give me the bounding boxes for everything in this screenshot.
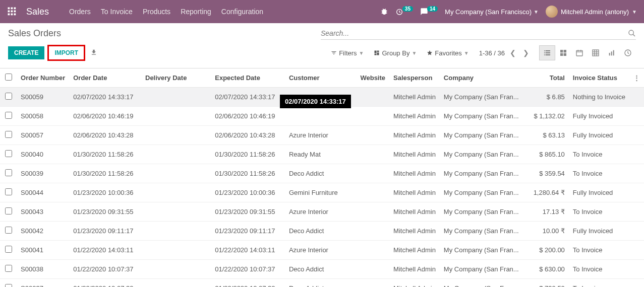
nav-configuration[interactable]: Configuration <box>221 8 263 16</box>
header-salesperson[interactable]: Salesperson <box>389 68 440 88</box>
cell-order-date: 01/30/2020 11:58:26 <box>69 164 141 183</box>
svg-rect-8 <box>14 14 16 16</box>
apps-icon[interactable] <box>7 7 17 17</box>
table-row[interactable]: S00044 01/23/2020 10:00:36 01/23/2020 10… <box>0 183 644 202</box>
groupby-label: Group By <box>382 49 409 57</box>
header-total[interactable]: Total <box>523 68 569 88</box>
toolbar-right: Filters ▼ Group By ▼ Favorites ▼ 1-36 / … <box>331 45 636 60</box>
cell-company: My Company (San Fran... <box>440 88 523 107</box>
table-row[interactable]: S00038 01/22/2020 10:07:37 01/22/2020 10… <box>0 260 644 279</box>
nav-reporting[interactable]: Reporting <box>181 8 211 16</box>
row-checkbox[interactable] <box>5 284 12 287</box>
kebab-icon[interactable]: ⋮ <box>633 74 640 82</box>
cell-order: S00037 <box>17 279 69 288</box>
pager-next[interactable]: ❯ <box>523 49 529 57</box>
view-kanban-button[interactable] <box>555 45 571 60</box>
header-website[interactable]: Website <box>356 68 389 88</box>
cell-order-date: 02/06/2020 10:43:28 <box>69 126 141 145</box>
view-list-button[interactable] <box>539 45 555 60</box>
debug-icon[interactable] <box>380 8 388 16</box>
header-menu[interactable]: ⋮ <box>629 68 644 88</box>
search-input[interactable] <box>321 29 628 37</box>
view-calendar-button[interactable] <box>571 45 588 60</box>
cell-order: S00057 <box>17 126 69 145</box>
header-order-date[interactable]: Order Date <box>69 68 141 88</box>
row-checkbox[interactable] <box>5 150 12 157</box>
view-pivot-button[interactable] <box>588 45 604 60</box>
user-menu[interactable]: Mitchell Admin (antony) ▼ <box>546 6 637 18</box>
timer-icon[interactable]: 35 <box>395 8 413 16</box>
cell-order-date: 01/23/2020 09:31:55 <box>69 202 141 222</box>
pager-text[interactable]: 1-36 / 36 <box>479 49 505 57</box>
cell-salesperson: Mitchell Admin <box>389 202 440 222</box>
cell-total: 17.13 ₹ <box>523 202 569 222</box>
row-checkbox[interactable] <box>5 131 12 138</box>
row-checkbox[interactable] <box>5 246 12 253</box>
row-checkbox[interactable] <box>5 169 12 176</box>
svg-rect-1 <box>11 8 13 10</box>
svg-rect-12 <box>560 50 563 52</box>
cell-order-date: 01/30/2020 11:58:26 <box>69 145 141 164</box>
create-button[interactable]: CREATE <box>8 46 44 59</box>
cell-total: $ 630.00 <box>523 260 569 279</box>
cell-delivery <box>141 126 211 145</box>
table-row[interactable]: S00041 01/22/2020 14:03:11 01/22/2020 14… <box>0 241 644 260</box>
control-row: Sales Orders <box>0 23 644 40</box>
view-activity-button[interactable] <box>620 45 636 60</box>
favorites-button[interactable]: Favorites ▼ <box>427 49 469 57</box>
cell-order-date: 01/22/2020 10:07:37 <box>69 260 141 279</box>
cell-total: $ 865.10 <box>523 145 569 164</box>
row-checkbox[interactable] <box>5 188 12 195</box>
search-icon[interactable] <box>628 29 636 37</box>
header-expected[interactable]: Expected Date <box>211 68 285 88</box>
breadcrumb[interactable]: Sales Orders <box>8 28 61 39</box>
table-row[interactable]: S00057 02/06/2020 10:43:28 02/06/2020 10… <box>0 126 644 145</box>
caret-down-icon: ▼ <box>464 50 469 56</box>
select-all-checkbox[interactable] <box>5 74 12 81</box>
nav-to-invoice[interactable]: To Invoice <box>101 8 133 16</box>
company-selector[interactable]: My Company (San Francisco) ▼ <box>445 8 539 16</box>
groupby-button[interactable]: Group By ▼ <box>374 49 417 57</box>
table-row[interactable]: S00037 01/22/2020 10:07:32 01/22/2020 10… <box>0 279 644 288</box>
cell-delivery <box>141 183 211 202</box>
table-row[interactable]: S00039 01/30/2020 11:58:26 01/30/2020 11… <box>0 164 644 183</box>
pager-prev[interactable]: ❮ <box>510 49 516 57</box>
header-order[interactable]: Order Number <box>17 68 69 88</box>
row-checkbox[interactable] <box>5 207 12 214</box>
cell-company: My Company (San Fran... <box>440 279 523 288</box>
row-checkbox[interactable] <box>5 227 12 234</box>
cell-delivery <box>141 279 211 288</box>
cell-website <box>356 126 389 145</box>
table-wrap: Order Number Order Date Delivery Date Ex… <box>0 68 644 287</box>
svg-rect-14 <box>560 53 563 56</box>
cell-company: My Company (San Fran... <box>440 183 523 202</box>
download-icon[interactable] <box>90 49 97 57</box>
header-company[interactable]: Company <box>440 68 523 88</box>
cell-order: S00041 <box>17 241 69 260</box>
chat-badge: 14 <box>427 6 438 12</box>
svg-rect-3 <box>8 11 10 13</box>
table-row[interactable]: S00043 01/23/2020 09:31:55 01/23/2020 09… <box>0 202 644 222</box>
cell-salesperson: Mitchell Admin <box>389 222 440 241</box>
table-row[interactable]: S00059 02/07/2020 14:33:17 02/07/2020 14… <box>0 88 644 107</box>
brand-title[interactable]: Sales <box>26 7 49 17</box>
table-row[interactable]: S00042 01/23/2020 09:11:17 01/23/2020 09… <box>0 222 644 241</box>
cell-salesperson: Mitchell Admin <box>389 279 440 288</box>
table-row[interactable]: S00058 02/06/2020 10:46:19 02/06/2020 10… <box>0 107 644 126</box>
cell-delivery <box>141 107 211 126</box>
header-invoice[interactable]: Invoice Status <box>569 68 629 88</box>
chat-icon[interactable]: 14 <box>420 8 438 16</box>
nav-orders[interactable]: Orders <box>69 8 91 16</box>
top-nav: Sales Orders To Invoice Products Reporti… <box>0 0 644 23</box>
import-button[interactable]: IMPORT <box>49 47 83 59</box>
row-checkbox[interactable] <box>5 265 12 272</box>
row-checkbox[interactable] <box>5 112 12 119</box>
filters-button[interactable]: Filters ▼ <box>331 49 364 57</box>
row-checkbox[interactable] <box>5 93 12 100</box>
nav-products[interactable]: Products <box>143 8 170 16</box>
header-delivery[interactable]: Delivery Date <box>141 68 211 88</box>
view-graph-button[interactable] <box>604 45 620 60</box>
table-row[interactable]: S00040 01/30/2020 11:58:26 01/30/2020 11… <box>0 145 644 164</box>
header-customer[interactable]: Customer <box>285 68 357 88</box>
cell-order: S00039 <box>17 164 69 183</box>
